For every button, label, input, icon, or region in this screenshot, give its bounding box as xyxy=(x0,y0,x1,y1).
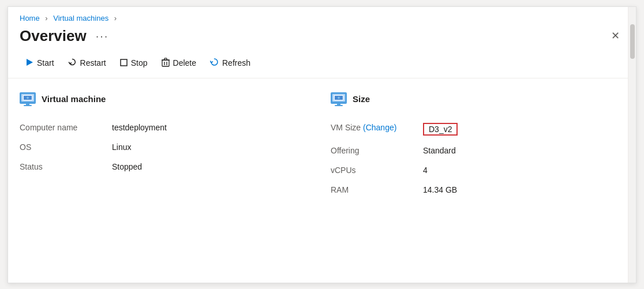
value-vcpus: 4 xyxy=(423,160,624,180)
svg-rect-21 xyxy=(337,104,340,105)
start-icon xyxy=(25,58,33,68)
virtual-machine-section: Virtual machine Computer name testdeploy… xyxy=(20,90,313,200)
label-os: OS xyxy=(20,137,112,157)
label-status: Status xyxy=(20,157,112,177)
change-link[interactable]: (Change) xyxy=(363,123,396,132)
header-row: Overview ··· ✕ xyxy=(8,25,636,50)
svg-rect-22 xyxy=(335,105,343,106)
svg-point-20 xyxy=(338,96,340,99)
scrollbar[interactable] xyxy=(628,7,636,283)
value-offering: Standard xyxy=(423,141,624,160)
value-status: Stopped xyxy=(112,157,313,177)
restart-button[interactable]: Restart xyxy=(62,54,112,72)
stop-button[interactable]: Stop xyxy=(114,55,153,72)
size-section-header: Size xyxy=(331,90,624,108)
start-label: Start xyxy=(37,58,54,67)
header-left: Overview ··· xyxy=(20,27,112,45)
label-vcpus: vCPUs xyxy=(331,160,423,180)
value-computer-name: testdeployment xyxy=(112,118,313,137)
breadcrumb-separator-1: › xyxy=(45,14,47,22)
table-row: OS Linux xyxy=(20,137,313,157)
overview-panel: Home › Virtual machines › Overview ··· ✕… xyxy=(8,6,636,283)
close-button[interactable]: ✕ xyxy=(606,28,624,43)
delete-label: Delete xyxy=(173,58,196,67)
vm-size-highlighted: D3_v2 xyxy=(423,123,458,136)
vm-section-title: Virtual machine xyxy=(42,94,106,104)
refresh-label: Refresh xyxy=(222,58,250,67)
breadcrumb-home[interactable]: Home xyxy=(20,14,40,22)
start-button[interactable]: Start xyxy=(20,55,60,72)
svg-point-15 xyxy=(27,96,29,99)
restart-icon xyxy=(68,58,77,68)
page-title: Overview xyxy=(20,27,87,45)
svg-rect-1 xyxy=(121,59,127,66)
label-offering: Offering xyxy=(331,141,423,160)
size-info-table: VM Size (Change) D3_v2 Offering Standard… xyxy=(331,118,624,200)
table-row: RAM 14.34 GB xyxy=(331,180,624,200)
svg-rect-12 xyxy=(26,104,29,105)
label-computer-name: Computer name xyxy=(20,118,112,137)
restart-label: Restart xyxy=(80,58,106,67)
breadcrumb-separator-2: › xyxy=(114,14,117,22)
label-ram: RAM xyxy=(331,180,423,200)
table-row: VM Size (Change) D3_v2 xyxy=(331,118,624,141)
stop-icon xyxy=(120,58,128,68)
label-vm-size: VM Size (Change) xyxy=(331,118,423,141)
value-vm-size: D3_v2 xyxy=(423,118,624,141)
value-os: Linux xyxy=(112,137,313,157)
table-row: Offering Standard xyxy=(331,141,624,160)
stop-label: Stop xyxy=(131,58,148,67)
breadcrumb: Home › Virtual machines › xyxy=(8,7,636,25)
vm-info-table: Computer name testdeployment OS Linux St… xyxy=(20,118,313,177)
toolbar: Start Restart Stop xyxy=(8,50,636,78)
table-row: vCPUs 4 xyxy=(331,160,624,180)
refresh-button[interactable]: Refresh xyxy=(204,54,256,72)
content: Virtual machine Computer name testdeploy… xyxy=(8,78,636,211)
refresh-icon xyxy=(210,58,219,68)
table-row: Status Stopped xyxy=(20,157,313,177)
svg-marker-0 xyxy=(27,59,33,66)
delete-icon xyxy=(162,58,170,69)
size-section-icon xyxy=(331,90,347,108)
delete-button[interactable]: Delete xyxy=(156,54,202,72)
table-row: Computer name testdeployment xyxy=(20,118,313,137)
breadcrumb-virtual-machines[interactable]: Virtual machines xyxy=(53,14,108,22)
vm-section-header: Virtual machine xyxy=(20,90,313,108)
size-section-title: Size xyxy=(353,94,370,104)
scrollbar-thumb[interactable] xyxy=(630,24,635,59)
size-section: Size VM Size (Change) D3_v2 Offering Sta… xyxy=(313,90,624,200)
vm-section-icon xyxy=(20,90,36,108)
value-ram: 14.34 GB xyxy=(423,180,624,200)
svg-rect-13 xyxy=(24,105,32,106)
svg-rect-2 xyxy=(162,60,169,66)
more-options-button[interactable]: ··· xyxy=(92,29,113,43)
